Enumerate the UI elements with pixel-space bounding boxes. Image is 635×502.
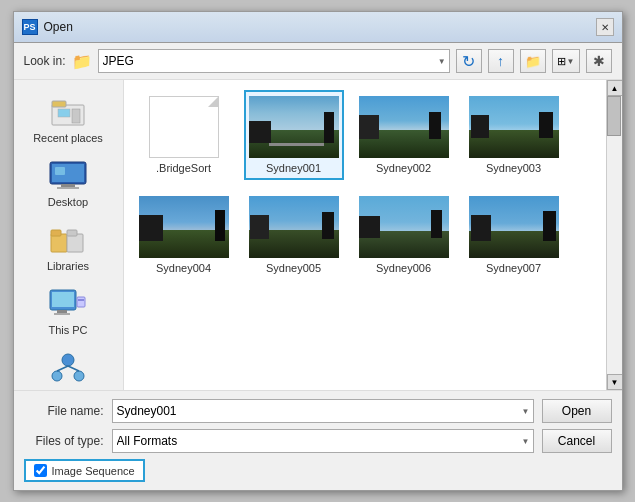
sidebar: Recent places Desktop — [14, 80, 124, 390]
main-area: Recent places Desktop — [14, 80, 622, 390]
file-name-sydney003: Sydney003 — [486, 162, 541, 174]
recent-places-label: Recent places — [33, 132, 103, 144]
image-sequence-checkbox-wrapper[interactable]: Image Sequence — [24, 459, 145, 482]
cancel-button[interactable]: Cancel — [542, 429, 612, 453]
open-dialog: PS Open ✕ Look in: 📁 JPEG ↻ ↑ 📁 ⊞ ▼ ✱ — [13, 11, 623, 491]
file-item-sydney003[interactable]: Sydney003 — [464, 90, 564, 180]
sydney005-thumbnail — [249, 196, 339, 258]
sidebar-item-recent-places[interactable]: Recent places — [14, 88, 123, 152]
svg-rect-7 — [57, 187, 79, 189]
svg-rect-10 — [51, 230, 61, 236]
file-name-sydney001: Sydney001 — [266, 162, 321, 174]
lookin-label: Look in: — [24, 54, 66, 68]
filetype-row: Files of type: All Formats Cancel — [24, 429, 612, 453]
svg-rect-9 — [51, 234, 67, 252]
file-name-bridgesort: .BridgeSort — [156, 162, 211, 174]
sidebar-item-desktop[interactable]: Desktop — [14, 152, 123, 216]
filetype-dropdown[interactable]: All Formats — [112, 429, 534, 453]
up-button[interactable]: ↑ — [488, 49, 514, 73]
ps-icon: PS — [22, 19, 38, 35]
file-item-sydney001[interactable]: Sydney001 — [244, 90, 344, 180]
dialog-title: Open — [44, 20, 73, 34]
filename-dropdown[interactable]: Sydney001 — [112, 399, 534, 423]
svg-rect-1 — [52, 101, 66, 107]
back-button[interactable]: ↻ — [456, 49, 482, 73]
svg-line-23 — [68, 366, 79, 371]
libraries-icon — [49, 224, 87, 256]
libraries-label: Libraries — [47, 260, 89, 272]
svg-point-21 — [74, 371, 84, 381]
sydney001-thumbnail — [249, 96, 339, 158]
svg-point-20 — [52, 371, 62, 381]
filename-row: File name: Sydney001 Open — [24, 399, 612, 423]
scrollbar-track[interactable] — [607, 96, 622, 374]
title-bar-left: PS Open — [22, 19, 73, 35]
recent-places-icon — [49, 96, 87, 128]
svg-rect-14 — [52, 292, 74, 307]
file-item-sydney007[interactable]: Sydney007 — [464, 190, 564, 280]
svg-rect-6 — [61, 184, 75, 187]
svg-rect-11 — [67, 234, 83, 252]
desktop-icon — [49, 160, 87, 192]
sydney003-thumbnail — [469, 96, 559, 158]
this-pc-icon — [49, 288, 87, 320]
file-item-sydney006[interactable]: Sydney006 — [354, 190, 454, 280]
file-item-bridgesort[interactable]: .BridgeSort — [134, 90, 234, 180]
svg-line-22 — [57, 366, 68, 371]
new-folder-button[interactable]: 📁 — [520, 49, 546, 73]
network-icon — [49, 352, 87, 384]
this-pc-label: This PC — [48, 324, 87, 336]
svg-rect-8 — [55, 167, 65, 175]
filetype-label: Files of type: — [24, 434, 104, 448]
sidebar-item-libraries[interactable]: Libraries — [14, 216, 123, 280]
lookin-dropdown[interactable]: JPEG — [98, 49, 450, 73]
svg-rect-17 — [77, 297, 85, 307]
file-name-sydney002: Sydney002 — [376, 162, 431, 174]
file-item-sydney004[interactable]: Sydney004 — [134, 190, 234, 280]
file-name-sydney004: Sydney004 — [156, 262, 211, 274]
sydney002-thumbnail — [359, 96, 449, 158]
title-bar: PS Open ✕ — [14, 12, 622, 43]
svg-rect-12 — [67, 230, 77, 236]
folder-icon-inline: 📁 — [72, 52, 92, 71]
filename-label: File name: — [24, 404, 104, 418]
svg-point-19 — [62, 354, 74, 366]
svg-rect-16 — [54, 313, 70, 315]
svg-rect-18 — [78, 299, 84, 301]
scroll-up-button[interactable]: ▲ — [607, 80, 622, 96]
blank-file-icon — [149, 96, 219, 158]
special-button[interactable]: ✱ — [586, 49, 612, 73]
image-sequence-checkbox[interactable] — [34, 464, 47, 477]
image-sequence-label: Image Sequence — [52, 465, 135, 477]
desktop-label: Desktop — [48, 196, 88, 208]
image-sequence-row: Image Sequence — [24, 459, 612, 482]
file-name-sydney007: Sydney007 — [486, 262, 541, 274]
svg-rect-3 — [72, 109, 80, 123]
close-button[interactable]: ✕ — [596, 18, 614, 36]
file-item-sydney002[interactable]: Sydney002 — [354, 90, 454, 180]
bottom-area: File name: Sydney001 Open Files of type:… — [14, 390, 622, 490]
file-name-sydney006: Sydney006 — [376, 262, 431, 274]
scrollbar: ▲ ▼ — [606, 80, 622, 390]
view-dropdown[interactable]: ⊞ ▼ — [552, 49, 580, 73]
svg-rect-15 — [57, 310, 67, 313]
file-name-sydney005: Sydney005 — [266, 262, 321, 274]
scrollbar-thumb[interactable] — [607, 96, 621, 136]
scroll-down-button[interactable]: ▼ — [607, 374, 622, 390]
toolbar: Look in: 📁 JPEG ↻ ↑ 📁 ⊞ ▼ ✱ — [14, 43, 622, 80]
sidebar-item-this-pc[interactable]: This PC — [14, 280, 123, 344]
sydney004-thumbnail — [139, 196, 229, 258]
filename-dropdown-wrapper[interactable]: Sydney001 — [112, 399, 534, 423]
open-button[interactable]: Open — [542, 399, 612, 423]
sydney007-thumbnail — [469, 196, 559, 258]
lookin-dropdown-wrapper[interactable]: JPEG — [98, 49, 450, 73]
filetype-dropdown-wrapper[interactable]: All Formats — [112, 429, 534, 453]
sidebar-item-network[interactable]: Network — [14, 344, 123, 390]
file-area: .BridgeSort Sydney001 — [124, 80, 606, 390]
file-item-sydney005[interactable]: Sydney005 — [244, 190, 344, 280]
svg-rect-2 — [58, 109, 70, 117]
sydney006-thumbnail — [359, 196, 449, 258]
